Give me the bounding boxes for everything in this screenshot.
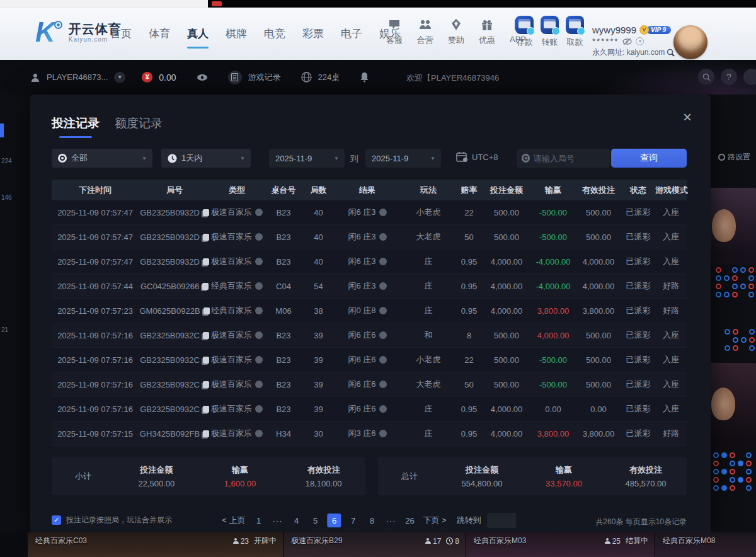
nav-item-4[interactable]: 电竞 <box>264 23 285 45</box>
info-icon[interactable] <box>379 209 387 216</box>
nav-item-2[interactable]: 真人 <box>187 23 209 45</box>
page-8[interactable]: 8 <box>365 514 379 527</box>
info-icon[interactable] <box>255 258 263 265</box>
help-circle-icon[interactable]: ? <box>721 69 737 85</box>
category-select[interactable]: 全部 ▼ <box>52 149 152 168</box>
chevron-down-icon[interactable]: ▼ <box>636 37 644 45</box>
tab-0[interactable]: 投注记录 <box>52 115 100 138</box>
table-row[interactable]: 2025-11-09 07:57:44 GC0425B09266 经典百家乐 C… <box>52 274 687 299</box>
table-row[interactable]: 2025-11-09 07:57:16 GB2325B0932C 极速百家乐 B… <box>52 323 687 348</box>
info-icon[interactable] <box>379 381 387 388</box>
copy-icon[interactable] <box>203 357 209 364</box>
nav-item-6[interactable]: 电子 <box>341 23 362 45</box>
tab-1[interactable]: 额度记录 <box>115 115 163 138</box>
round-id-input[interactable] <box>534 154 605 163</box>
browser-top-strip <box>0 0 756 8</box>
info-icon[interactable] <box>379 282 387 290</box>
page-26[interactable]: 26 <box>403 514 417 527</box>
avatar[interactable] <box>673 25 707 59</box>
info-icon[interactable] <box>255 405 263 413</box>
nav-item-1[interactable]: 体育 <box>149 23 170 45</box>
quick-link-partner[interactable]: 合营 <box>413 18 438 46</box>
info-icon[interactable] <box>255 331 263 339</box>
copy-icon[interactable] <box>203 209 209 216</box>
close-icon[interactable]: × <box>683 110 692 125</box>
live-table-tile[interactable]: 经典百家乐M03 25 结算中 <box>466 532 655 557</box>
game-record-label[interactable]: 游戏记录 <box>248 72 281 83</box>
live-table-tile[interactable]: 极速百家乐B29 17 8 <box>284 532 466 557</box>
table-row[interactable]: 2025-11-09 07:57:16 GB2325B0932C 极速百家乐 B… <box>52 348 687 372</box>
time-range-select[interactable]: 1天内 ▼ <box>161 149 251 168</box>
timezone-display[interactable]: UTC+8 <box>456 151 498 163</box>
info-icon[interactable] <box>255 356 263 364</box>
jump-to-input[interactable] <box>488 513 517 528</box>
table-row[interactable]: 2025-11-09 07:57:47 GB2325B0932D 极速百家乐 B… <box>52 200 687 225</box>
roadmap-ring <box>730 485 735 491</box>
next-page-button[interactable]: 下页 > <box>423 515 447 526</box>
copy-icon[interactable] <box>203 307 210 314</box>
info-icon[interactable] <box>379 307 387 314</box>
table-row[interactable]: 2025-11-09 07:57:23 GM0625B0922B 经典百家乐 M… <box>52 299 687 323</box>
table-row[interactable]: 2025-11-09 07:57:16 GB2325B0932C 极速百家乐 B… <box>52 397 687 422</box>
prev-page-button[interactable]: < 上页 <box>222 515 245 526</box>
copy-icon[interactable] <box>202 283 209 290</box>
magnifier-icon[interactable] <box>667 49 675 57</box>
eye-off-icon[interactable] <box>622 38 632 45</box>
info-icon[interactable] <box>255 307 263 314</box>
quick-link-sponsor[interactable]: 赞助 <box>444 18 469 46</box>
copy-icon[interactable] <box>203 332 209 339</box>
info-icon[interactable] <box>379 430 387 437</box>
live-table-tile[interactable]: 经典百家乐C03 23 开牌中 <box>28 532 284 557</box>
nav-item-3[interactable]: 棋牌 <box>226 23 247 45</box>
page-7[interactable]: 7 <box>346 514 360 527</box>
player-dropdown-chevron-icon[interactable]: ▼ <box>114 72 125 83</box>
copy-icon[interactable] <box>203 381 209 388</box>
page-6[interactable]: 6 <box>328 514 341 527</box>
quick-link-promo[interactable]: 优惠 <box>474 18 500 46</box>
copy-icon[interactable] <box>203 258 209 265</box>
column-header-8: 投注金额 <box>483 185 530 196</box>
table-row[interactable]: 2025-11-09 07:57:47 GB2325B0932D 极速百家乐 B… <box>52 225 687 250</box>
table-row[interactable]: 2025-11-09 07:57:16 GB2325B0932C 极速百家乐 B… <box>52 372 687 397</box>
search-circle-icon[interactable] <box>698 69 714 85</box>
eye-icon[interactable] <box>197 74 208 81</box>
merge-checkbox[interactable]: ✓ <box>52 515 61 525</box>
username[interactable]: wywy9999 <box>592 25 636 35</box>
info-icon[interactable] <box>379 331 387 339</box>
wallet-links: 存款 转账 取款 <box>512 16 587 48</box>
copy-icon[interactable] <box>203 406 209 413</box>
bell-icon[interactable] <box>360 72 369 83</box>
info-icon[interactable] <box>379 233 387 241</box>
page-4[interactable]: 4 <box>290 514 304 527</box>
copy-icon[interactable] <box>203 234 209 241</box>
info-icon[interactable] <box>255 233 263 241</box>
tables-count[interactable]: 224桌 <box>318 72 340 83</box>
date-to-select[interactable]: 2025-11-9 ▼ <box>365 149 441 168</box>
info-icon[interactable] <box>255 430 263 437</box>
transfer-button[interactable]: 转账 <box>537 16 562 48</box>
page-1[interactable]: 1 <box>252 514 266 527</box>
info-icon[interactable] <box>255 381 263 388</box>
copy-icon[interactable] <box>203 430 209 437</box>
site-logo[interactable]: K 开云体育 Kaiyun.com <box>35 18 122 47</box>
road-settings-label[interactable]: 路设置 <box>718 152 750 163</box>
player-id[interactable]: PLAYER46873... <box>47 72 108 82</box>
info-icon[interactable] <box>255 282 263 290</box>
date-from-select[interactable]: 2025-11-9 ▼ <box>269 149 345 168</box>
info-icon[interactable] <box>379 356 387 364</box>
table-row[interactable]: 2025-11-09 07:57:15 GH3425B092FB 极速百家乐 H… <box>52 422 687 446</box>
info-icon[interactable] <box>255 209 263 216</box>
nav-item-0[interactable]: 首页 <box>110 23 132 45</box>
deposit-button[interactable]: 存款 <box>512 16 537 48</box>
info-icon[interactable] <box>379 258 387 265</box>
info-icon[interactable] <box>379 405 387 413</box>
nav-item-5[interactable]: 彩票 <box>302 23 324 45</box>
table-row[interactable]: 2025-11-09 07:57:47 GB2325B0932D 极速百家乐 B… <box>52 250 687 274</box>
live-table-tile[interactable]: 经典百家乐M08 <box>655 532 756 557</box>
edge-circle-icon[interactable] <box>743 69 756 85</box>
withdraw-button[interactable]: 取款 <box>563 16 587 48</box>
search-button[interactable]: 查询 <box>611 149 687 168</box>
page-5[interactable]: 5 <box>309 514 323 527</box>
quick-link-support[interactable]: 客服 <box>382 18 407 46</box>
game-record-icon[interactable] <box>228 71 242 84</box>
